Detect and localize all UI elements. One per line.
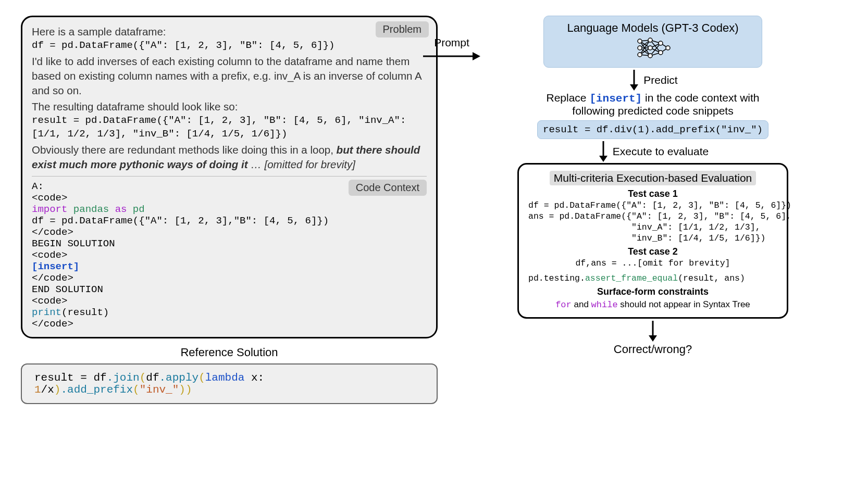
diagram-root: Problem Here is a sample dataframe: df =… <box>21 16 847 404</box>
problem-line-4: Obviously there are redundant methods li… <box>32 143 427 171</box>
problem-line-1: Here is a sample dataframe: <box>32 24 427 39</box>
replace-insert-token: [insert] <box>589 93 642 105</box>
svg-point-27 <box>666 46 670 50</box>
problem-code-1: df = pd.DataFrame({"A": [1, 2, 3], "B": … <box>32 39 427 53</box>
problem-tag: Problem <box>376 21 429 37</box>
evaluation-title: Multi-criteria Execution-based Evaluatio… <box>550 171 757 185</box>
ctx-open2: <code> <box>32 249 427 261</box>
prompt-arrow-group: Prompt <box>423 36 480 62</box>
svg-marker-29 <box>630 84 638 91</box>
final-question: Correct/wrong? <box>614 343 692 356</box>
test-case-1-heading: Test case 1 <box>528 189 777 199</box>
arrow-down-icon <box>628 70 640 91</box>
problem-line-3: The resulting dataframe should look like… <box>32 99 427 114</box>
arrow-right-icon <box>423 50 480 62</box>
ctx-close3: </code> <box>32 318 427 330</box>
svg-point-20 <box>638 46 642 50</box>
right-column: Prompt Language Models (GPT-3 Codex) <box>458 16 847 356</box>
svg-point-19 <box>638 39 642 43</box>
tc1-line-1: df = pd.DataFrame({"A": [1, 2, 3], "B": … <box>528 200 777 210</box>
reference-solution-panel: result = df.join(df.apply(lambda x: 1/x)… <box>21 363 438 404</box>
tc2-line-1: df,ans = ...[omit for brevity] <box>528 258 777 268</box>
ctx-end: END SOLUTION <box>32 284 427 295</box>
reference-solution-heading: Reference Solution <box>21 346 438 359</box>
svg-point-23 <box>648 46 652 50</box>
prompt-label: Prompt <box>434 36 469 49</box>
language-model-box: Language Models (GPT-3 Codex) <box>543 16 762 68</box>
arrow-down-icon <box>597 141 610 162</box>
surface-line: for and while should not appear in Synta… <box>528 299 777 310</box>
problem-line-2: I'd like to add inverses of each existin… <box>32 54 427 97</box>
ctx-insert: [insert] <box>32 261 427 272</box>
problem-line-4a: Obviously there are redundant methods li… <box>32 144 337 156</box>
ctx-open3: <code> <box>32 295 427 307</box>
ctx-close1: </code> <box>32 227 427 238</box>
tc1-line-3: "inv_A": [1/1, 1/2, 1/3], <box>528 222 777 232</box>
problem-code-2: result = pd.DataFrame({"A": [1, 2, 3], "… <box>32 114 427 141</box>
tc1-line-4: "inv_B": [1/4, 1/5, 1/6]}) <box>528 233 777 243</box>
evaluation-panel: Multi-criteria Execution-based Evaluatio… <box>517 163 788 319</box>
context-tag: Code Context <box>349 180 427 196</box>
svg-point-26 <box>659 51 663 55</box>
problem-panel: Problem Here is a sample dataframe: df =… <box>21 16 438 338</box>
problem-section: Here is a sample dataframe: df = pd.Data… <box>32 24 427 172</box>
predict-label: Predict <box>643 74 677 86</box>
ctx-print: print(result) <box>32 307 427 318</box>
svg-marker-1 <box>473 52 480 60</box>
svg-point-25 <box>659 41 663 45</box>
execute-label: Execute to evaluate <box>613 145 709 158</box>
svg-marker-31 <box>599 156 607 162</box>
code-context-section: Code Context A: <code> import pandas as … <box>32 176 427 330</box>
predict-arrow-group: Predict <box>458 70 847 91</box>
svg-point-22 <box>648 38 652 42</box>
execute-arrow-group: Execute to evaluate <box>458 141 847 162</box>
tc1-line-2: ans = pd.DataFrame({"A": [1, 2, 3], "B":… <box>528 211 777 221</box>
surface-heading: Surface-form constraints <box>528 286 777 297</box>
test-case-2-heading: Test case 2 <box>528 246 777 257</box>
language-model-title: Language Models (GPT-3 Codex) <box>553 21 752 35</box>
predicted-code-pill: result = df.div(1).add_prefix("inv_") <box>537 120 768 139</box>
svg-point-24 <box>648 54 652 58</box>
ctx-begin: BEGIN SOLUTION <box>32 238 427 249</box>
replace-text: Replace [insert] in the code context wit… <box>533 92 773 117</box>
arrow-down-icon <box>647 321 659 342</box>
replace-text-a: Replace <box>546 92 589 104</box>
left-column: Problem Here is a sample dataframe: df =… <box>21 16 438 404</box>
problem-line-4c: … [omitted for brevity] <box>248 158 355 170</box>
ctx-import: import pandas as pd <box>32 204 427 215</box>
assert-line: pd.testing.assert_frame_equal(result, an… <box>528 273 777 283</box>
svg-point-21 <box>638 53 642 57</box>
neural-network-icon <box>635 37 671 59</box>
ctx-dfline: df = pd.DataFrame({"A": [1, 2, 3],"B": [… <box>32 215 427 227</box>
ctx-close2: </code> <box>32 272 427 284</box>
svg-marker-33 <box>649 335 657 342</box>
